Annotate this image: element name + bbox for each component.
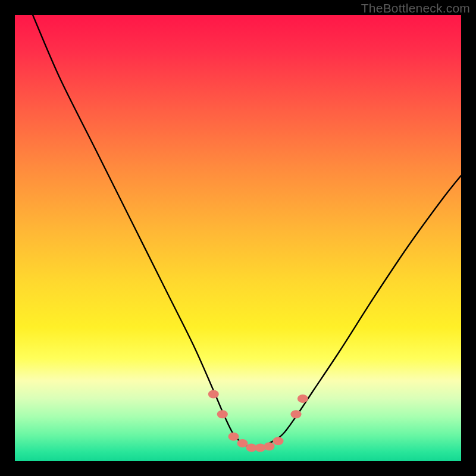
curve-marker: [208, 390, 219, 399]
watermark-text: TheBottleneck.com: [361, 1, 470, 15]
curve-marker: [298, 394, 308, 403]
curve-marker: [255, 444, 266, 452]
chart-frame: TheBottleneck.com: [0, 0, 476, 476]
curve-marker: [217, 410, 228, 418]
curve-marker: [237, 439, 248, 447]
bottleneck-curve-path: [33, 15, 461, 448]
bottleneck-curve-svg: [15, 15, 461, 461]
curve-marker: [264, 442, 275, 450]
curve-marker: [228, 433, 239, 441]
curve-marker: [273, 437, 284, 445]
curve-marker: [291, 410, 302, 418]
plot-area: [15, 15, 461, 461]
